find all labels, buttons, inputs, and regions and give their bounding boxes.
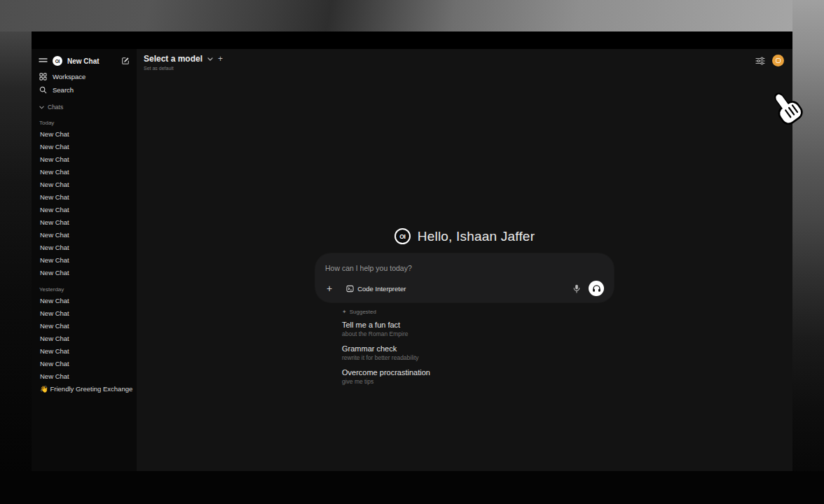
chat-list: TodayNew ChatNew ChatNew ChatNew ChatNew… xyxy=(32,118,137,396)
microphone-icon[interactable] xyxy=(573,284,580,293)
list-item[interactable]: New Chat xyxy=(32,128,137,141)
sidebar: OI New Chat Workspace xyxy=(32,49,137,471)
list-item[interactable]: New Chat xyxy=(32,153,137,166)
list-item[interactable]: New Chat xyxy=(32,229,137,241)
suggestion-item[interactable]: Overcome procrastination give me tips xyxy=(342,368,614,385)
list-item[interactable]: New Chat xyxy=(32,307,137,320)
code-interpreter-label: Code Interpreter xyxy=(357,285,406,293)
list-item[interactable]: New Chat xyxy=(32,178,137,191)
wallpaper-right xyxy=(792,0,824,504)
suggestion-title: Overcome procrastination xyxy=(342,368,614,377)
wallpaper-top xyxy=(0,0,824,31)
list-item[interactable]: New Chat xyxy=(32,191,137,204)
sidebar-title: New Chat xyxy=(67,57,99,65)
sidebar-item-search[interactable]: Search xyxy=(32,83,137,97)
list-item[interactable]: New Chat xyxy=(32,267,137,279)
search-icon xyxy=(39,86,47,94)
list-item[interactable]: New Chat xyxy=(32,254,137,267)
new-chat-pencil-icon[interactable] xyxy=(121,57,130,65)
list-item[interactable]: New Chat xyxy=(32,241,137,254)
list-item[interactable]: Today xyxy=(32,118,137,128)
suggestion-title: Tell me a fun fact xyxy=(342,321,614,329)
terminal-icon xyxy=(346,285,354,293)
greeting-text: Hello, Ishaan Jaffer xyxy=(418,229,535,244)
sparkle-icon: ✦ xyxy=(342,309,347,315)
list-item[interactable]: 👋 Friendly Greeting Exchange xyxy=(32,383,137,396)
suggestion-subtitle: about the Roman Empire xyxy=(342,330,614,337)
suggested-section: ✦ Suggested Tell me a fun fact about the… xyxy=(315,309,614,385)
suggestion-subtitle: rewrite it for better readability xyxy=(342,354,614,361)
avatar[interactable] xyxy=(772,55,784,66)
attach-plus-button[interactable]: + xyxy=(325,284,334,293)
list-item[interactable]: New Chat xyxy=(32,295,137,307)
avatar-mark xyxy=(776,58,781,63)
suggestion-list: Tell me a fun fact about the Roman Empir… xyxy=(342,321,614,385)
list-item[interactable]: New Chat xyxy=(32,141,137,153)
sidebar-item-label: Workspace xyxy=(53,73,85,80)
model-selector[interactable]: Select a model xyxy=(144,54,202,64)
welcome-panel: OI Hello, Ishaan Jaffer + Code Interpret… xyxy=(315,228,614,392)
code-interpreter-toggle[interactable]: Code Interpreter xyxy=(346,285,406,293)
wallpaper-left xyxy=(0,31,32,504)
headphones-icon xyxy=(592,284,601,293)
list-item[interactable]: New Chat xyxy=(32,216,137,229)
app-logo-icon: OI xyxy=(53,56,62,66)
list-item[interactable]: New Chat xyxy=(32,332,137,345)
list-item[interactable]: Yesterday xyxy=(32,285,137,295)
app-window: OI New Chat Workspace xyxy=(32,31,792,471)
add-model-button[interactable]: + xyxy=(218,55,223,63)
suggestion-subtitle: give me tips xyxy=(342,378,614,385)
list-item[interactable]: New Chat xyxy=(32,370,137,383)
main-area: Select a model + Set as default xyxy=(137,49,792,471)
sidebar-item-label: Search xyxy=(53,86,74,94)
sidebar-header: OI New Chat xyxy=(32,52,137,70)
topbar: Select a model + Set as default xyxy=(137,49,792,71)
suggestion-title: Grammar check xyxy=(342,344,614,353)
list-item[interactable]: New Chat xyxy=(32,166,137,178)
suggestion-item[interactable]: Tell me a fun fact about the Roman Empir… xyxy=(342,321,614,337)
controls-sliders-icon[interactable] xyxy=(755,57,765,65)
voice-call-button[interactable] xyxy=(589,281,604,296)
hamburger-menu-icon[interactable] xyxy=(39,57,48,64)
wallpaper-bottom xyxy=(0,471,824,504)
list-item[interactable]: New Chat xyxy=(32,320,137,332)
sidebar-item-workspace[interactable]: Workspace xyxy=(32,70,137,83)
suggested-label: Suggested xyxy=(350,309,376,315)
suggestion-item[interactable]: Grammar check rewrite it for better read… xyxy=(342,344,614,361)
chevron-down-icon[interactable] xyxy=(207,57,213,61)
window-top-strip xyxy=(32,31,792,49)
set-as-default-link[interactable]: Set as default xyxy=(144,66,784,71)
list-item[interactable]: New Chat xyxy=(32,358,137,370)
list-item[interactable]: New Chat xyxy=(32,345,137,358)
chats-section-toggle[interactable]: Chats xyxy=(32,102,137,113)
message-composer[interactable]: + Code Interpreter xyxy=(315,253,614,302)
chats-section-label: Chats xyxy=(48,104,63,111)
grid-icon xyxy=(39,73,47,80)
message-input[interactable] xyxy=(325,264,604,272)
chevron-down-icon xyxy=(39,106,44,109)
list-item[interactable]: New Chat xyxy=(32,204,137,216)
app-logo-icon: OI xyxy=(394,228,411,244)
desktop: OI New Chat Workspace xyxy=(0,0,824,504)
